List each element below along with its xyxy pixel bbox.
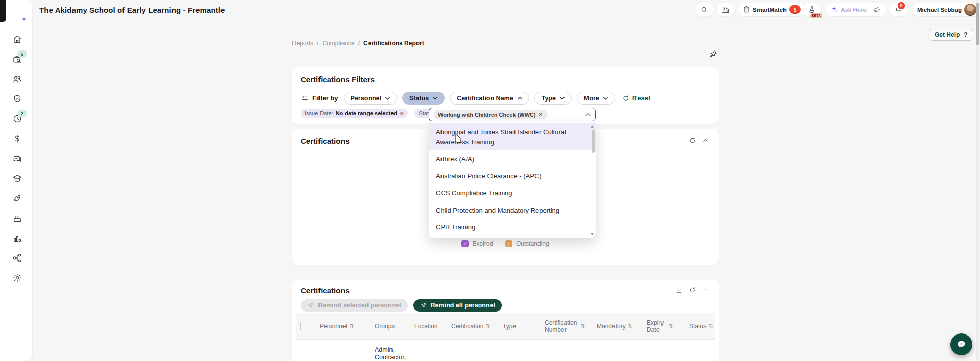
cell-location: [410, 340, 447, 361]
sidebar-item-compliance[interactable]: [12, 94, 22, 104]
legend-label: Outstanding: [516, 240, 549, 247]
sidebar-item-growth[interactable]: [12, 193, 22, 203]
user-menu-button[interactable]: Michael Sebbag: [913, 3, 980, 16]
chat-widget-button[interactable]: [950, 333, 972, 355]
filter-by-label: Filter by: [312, 94, 338, 102]
column-certification[interactable]: Certification⇅: [447, 313, 499, 340]
table-title: Certifications: [301, 286, 350, 295]
sidebar-item-people[interactable]: [12, 74, 22, 84]
option-item[interactable]: CPR Training: [429, 219, 596, 236]
chevron-down-icon: [433, 97, 437, 100]
sort-icon[interactable]: ⇅: [708, 323, 713, 329]
chevron-up-icon[interactable]: [585, 113, 591, 116]
download-table-button[interactable]: [675, 286, 683, 294]
sort-icon[interactable]: ⇅: [485, 323, 490, 329]
labs-button[interactable]: BETA: [802, 3, 821, 16]
collapse-table-button[interactable]: [702, 286, 709, 294]
filter-certification-name-button[interactable]: Certification Name: [450, 92, 529, 105]
sidebar-item-hiring[interactable]: 5: [12, 54, 22, 64]
breadcrumb-reports[interactable]: Reports: [292, 40, 313, 47]
chart-title: Certifications: [301, 137, 350, 145]
column-mandatory[interactable]: Mandatory⇅: [593, 313, 643, 340]
workspace-chevron-icon[interactable]: [21, 18, 27, 21]
remove-tag-icon[interactable]: ✕: [538, 112, 543, 117]
column-personnel[interactable]: Personnel⇅: [315, 313, 371, 340]
gear-icon: [12, 273, 22, 283]
option-item[interactable]: CCS Compliabce Training: [429, 185, 596, 202]
chat-bubble-icon: [956, 339, 967, 350]
sort-icon[interactable]: ⇅: [668, 323, 673, 329]
sidebar-item-settings[interactable]: [12, 273, 22, 283]
filter-by: Filter by: [301, 94, 338, 102]
filter-personnel-button[interactable]: Personnel: [344, 92, 397, 105]
sidebar-item-home[interactable]: [12, 34, 22, 44]
filter-row: Filter by Personnel Status Certification…: [301, 92, 650, 105]
rocket-icon: [12, 193, 22, 203]
sidebar-item-celebrations[interactable]: [12, 213, 22, 223]
sort-icon[interactable]: ⇅: [628, 323, 632, 329]
legend-outstanding[interactable]: ✓Outstanding: [505, 240, 549, 247]
shield-check-icon: [12, 94, 22, 104]
filter-status-button[interactable]: Status: [402, 92, 445, 105]
table-row[interactable]: Admin, Contractor, Educator,: [296, 340, 715, 361]
dropdown-scrollbar-thumb[interactable]: [592, 130, 595, 153]
page-scrollbar[interactable]: [976, 0, 979, 361]
refresh-chart-button[interactable]: [689, 137, 696, 144]
get-help-button[interactable]: Get Help ?: [929, 29, 973, 41]
remind-selected-personnel-button[interactable]: Remind selected personnel: [301, 299, 408, 312]
sort-icon[interactable]: ⇅: [580, 323, 585, 329]
clipboard-icon: [743, 6, 750, 13]
column-status[interactable]: Status⇅: [685, 313, 715, 340]
remove-chip-icon[interactable]: ✕: [400, 111, 404, 116]
smartmatch-label: SmartMatch: [753, 7, 787, 13]
column-type: Type: [499, 313, 541, 340]
company-switcher-button[interactable]: [717, 3, 735, 16]
sidebar-item-learning[interactable]: [12, 173, 22, 184]
reset-filters-button[interactable]: Reset: [622, 94, 650, 102]
smartmatch-button[interactable]: SmartMatch 5: [738, 3, 805, 16]
option-item[interactable]: Child Protection and Mandatory Reporting: [429, 202, 596, 219]
scrollbar-thumb[interactable]: [976, 3, 979, 45]
sliders-icon: [301, 94, 309, 102]
announcements-button[interactable]: [868, 3, 886, 16]
sidebar-item-reports[interactable]: [12, 233, 22, 243]
breadcrumb-compliance[interactable]: Compliance: [322, 40, 354, 47]
legend-expired[interactable]: ✓Expired: [461, 240, 493, 247]
checkbox-checked-icon[interactable]: ✓: [461, 240, 469, 247]
column-certification-number[interactable]: Certification Number⇅: [541, 313, 593, 340]
table-header-row: Personnel⇅ Groups Location Certification…: [296, 313, 715, 340]
sidebar-item-payroll[interactable]: [12, 134, 22, 144]
certification-options-list: Aboriginal and Torres Strait Islander Cu…: [429, 122, 596, 238]
option-item[interactable]: Australian Police Clearance - (APC): [429, 168, 596, 185]
pin-page-icon[interactable]: [709, 49, 718, 58]
building-icon: [722, 6, 730, 14]
sidebar-item-org-chart[interactable]: [12, 253, 22, 263]
sidebar-item-messages[interactable]: [12, 153, 22, 164]
cell-personnel: [315, 340, 371, 361]
selected-certification-tag: Working with Children Check (WWC) ✕: [434, 110, 547, 119]
cell-certification: [447, 340, 499, 361]
filter-more-button[interactable]: More: [577, 92, 615, 105]
option-item[interactable]: Aboriginal and Torres Strait Islander Cu…: [429, 123, 596, 150]
sidebar-item-time[interactable]: 2: [12, 114, 22, 124]
certification-name-combobox[interactable]: Working with Children Check (WWC) ✕: [429, 108, 596, 121]
search-button[interactable]: [695, 3, 714, 16]
sort-icon[interactable]: ⇅: [349, 323, 354, 329]
checkbox-checked-icon[interactable]: ✓: [505, 240, 512, 247]
refresh-table-button[interactable]: [689, 286, 696, 294]
group-value: Contractor,: [375, 354, 406, 361]
sparkle-icon: [830, 6, 838, 13]
select-all-checkbox[interactable]: [300, 322, 301, 330]
column-expiry-date[interactable]: Expiry Date⇅: [643, 313, 685, 340]
filter-personnel-label: Personnel: [351, 95, 381, 102]
collapse-chart-button[interactable]: [702, 137, 709, 144]
remind-all-personnel-button[interactable]: Remind all personnel: [413, 299, 502, 312]
dollar-icon: [12, 134, 22, 144]
legend-label: Expired: [472, 240, 493, 247]
filter-type-button[interactable]: Type: [534, 92, 572, 105]
breadcrumb-current: Certifications Report: [363, 40, 424, 47]
send-icon: [420, 302, 427, 309]
chat-bubbles-icon: [12, 153, 22, 164]
option-item[interactable]: Arthrex (A/A): [429, 150, 596, 168]
notifications-button[interactable]: 9: [889, 3, 908, 16]
